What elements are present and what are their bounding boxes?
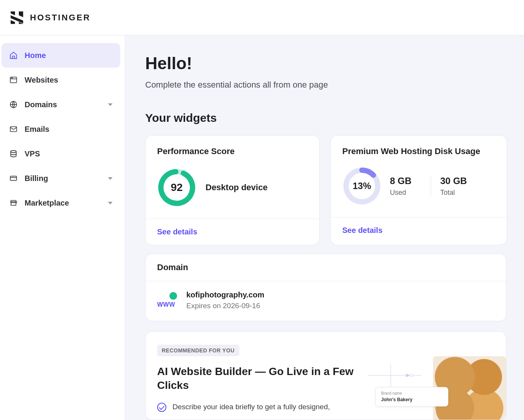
sidebar-item-home[interactable]: Home	[2, 43, 120, 68]
www-icon: WWW	[157, 293, 176, 308]
page-title: Hello!	[145, 54, 524, 73]
status-dot-active-icon	[169, 292, 177, 300]
hostinger-logo-icon	[9, 10, 25, 25]
disk-usage-card: Premium Web Hosting Disk Usage 13% 8 GB …	[330, 135, 507, 245]
svg-marker-0	[11, 11, 15, 15]
marketplace-icon	[9, 199, 18, 207]
brand-name-label: Brand name	[381, 391, 443, 395]
sidebar-item-marketplace[interactable]: Marketplace	[2, 191, 120, 215]
performance-card: Performance Score 92 Desktop device	[145, 135, 320, 245]
widgets-heading: Your widgets	[145, 111, 524, 125]
sidebar-item-label: Home	[25, 51, 46, 60]
sidebar-item-vps[interactable]: VPS	[2, 141, 120, 166]
brand-logo[interactable]: HOSTINGER	[9, 10, 91, 25]
sidebar-item-label: Domains	[25, 100, 57, 109]
disk-title: Premium Web Hosting Disk Usage	[342, 146, 495, 156]
sidebar-item-label: Emails	[25, 125, 49, 134]
domain-name: kofiphotography.com	[186, 291, 264, 299]
recommendation-bullet: Describe your idea briefly to get a full…	[157, 403, 356, 412]
performance-gauge: 92	[157, 168, 196, 207]
topbar: HOSTINGER	[0, 0, 524, 35]
wireframe-lines-icon	[368, 360, 421, 391]
chevron-down-icon	[108, 103, 113, 106]
disk-gauge: 13%	[342, 166, 381, 206]
disk-total-label: Total	[440, 189, 467, 197]
disk-used-label: Used	[390, 189, 411, 197]
svg-point-10	[11, 151, 17, 153]
brand-name: HOSTINGER	[30, 13, 91, 23]
chevron-down-icon	[108, 202, 113, 204]
sidebar-item-billing[interactable]: Billing	[2, 166, 120, 191]
domain-expires: Expires on 2026-09-16	[186, 302, 264, 310]
disk-used-value: 8 GB	[390, 176, 411, 186]
sidebar-item-label: VPS	[25, 149, 40, 158]
svg-point-6	[12, 78, 12, 78]
emails-icon	[9, 125, 18, 133]
disk-total-value: 30 GB	[440, 176, 467, 186]
chevron-down-icon	[108, 177, 113, 180]
recommendation-card: RECOMMENDED FOR YOU AI Website Builder —…	[145, 331, 506, 420]
page-subtitle: Complete the essential actions all from …	[145, 80, 524, 90]
svg-rect-11	[10, 176, 17, 181]
recommendation-tag: RECOMMENDED FOR YOU	[157, 345, 239, 356]
disk-see-details-link[interactable]: See details	[342, 226, 383, 234]
widgets-row: Performance Score 92 Desktop device	[145, 135, 524, 245]
sidebar-item-websites[interactable]: Websites	[2, 68, 120, 92]
svg-point-7	[12, 78, 13, 78]
sidebar-item-label: Billing	[25, 174, 48, 183]
domain-card: Domain WWW kofiphotography.com Expires o…	[145, 254, 506, 321]
brand-name-value: John's Bakery	[381, 397, 443, 402]
sidebar-item-label: Websites	[25, 76, 58, 85]
main-content: Hello! Complete the essential actions al…	[125, 35, 524, 420]
performance-see-details-link[interactable]: See details	[157, 227, 197, 236]
svg-marker-3	[11, 20, 15, 24]
sidebar-item-label: Marketplace	[25, 199, 69, 208]
home-icon	[9, 51, 18, 60]
domain-section-title: Domain	[146, 254, 506, 281]
disk-percent-value: 13%	[342, 166, 381, 206]
billing-icon	[9, 174, 18, 183]
performance-device-label: Desktop device	[206, 183, 267, 193]
websites-icon	[9, 76, 18, 84]
check-circle-icon	[157, 403, 166, 412]
sidebar-item-domains[interactable]: Domains	[2, 92, 120, 117]
sidebar: Home Websites Domains Emails VPS	[0, 35, 125, 420]
sidebar-item-emails[interactable]: Emails	[2, 117, 120, 141]
recommendation-bullet-text: Describe your idea briefly to get a full…	[172, 403, 330, 411]
performance-title: Performance Score	[157, 146, 308, 156]
domains-icon	[9, 100, 18, 109]
svg-marker-1	[19, 11, 23, 17]
recommendation-illustration: Brand name John's Bakery	[371, 345, 494, 412]
recommendation-title: AI Website Builder — Go Live in a Few Cl…	[157, 365, 356, 393]
vps-icon	[9, 149, 18, 158]
brand-name-mini-card: Brand name John's Bakery	[375, 387, 448, 407]
performance-score-value: 92	[157, 168, 196, 207]
